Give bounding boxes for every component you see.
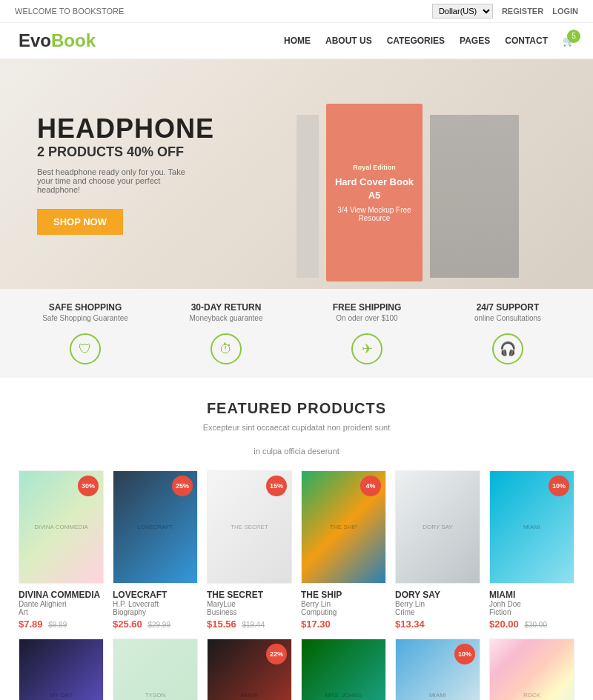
featured-title: FEATURED PRODUCTS bbox=[19, 400, 574, 417]
product-price-row: $20.00 $30.00 bbox=[489, 619, 574, 630]
product-category: Crime bbox=[395, 608, 480, 616]
product-card-7[interactable]: TYSON TYSON Jonh Doe Art $16.80 bbox=[113, 639, 198, 700]
product-name: THE SHIP bbox=[301, 590, 386, 600]
product-author: H.P. Lovecraft bbox=[113, 600, 198, 608]
product-img-wrap: MIAMI 10% bbox=[489, 470, 574, 584]
product-category: Fiction bbox=[489, 608, 574, 616]
hero-headline: HEADPHONE bbox=[37, 113, 214, 144]
product-card-8[interactable]: MIAMI 22% MIAMI Jonh Doe Business $11.50… bbox=[207, 639, 292, 700]
featured-section: FEATURED PRODUCTS Excepteur sint occaeca… bbox=[0, 378, 593, 700]
nav-home[interactable]: HOME bbox=[284, 36, 311, 46]
product-price-row: $7.89 $9.89 bbox=[19, 619, 104, 630]
product-price-row: $17.30 bbox=[301, 619, 386, 630]
product-card-9[interactable]: MRS. JOHNS MRS. JOHNS Jonh Doe Crime $18… bbox=[301, 639, 386, 700]
feature-support-desc: online Consultations bbox=[437, 314, 578, 322]
product-img-wrap: MRS. JOHNS bbox=[301, 639, 386, 700]
nav-pages[interactable]: PAGES bbox=[460, 36, 490, 46]
product-price: $25.60 bbox=[113, 619, 142, 630]
currency-select[interactable]: Dollar(US) Euro bbox=[432, 4, 493, 19]
book-main: Royal Edition Hard Cover Book A5 3/4 Vie… bbox=[326, 104, 423, 281]
product-name: DIVINA COMMEDIA bbox=[19, 590, 104, 600]
product-img-wrap: ROCK bbox=[489, 639, 574, 700]
product-card-5[interactable]: MIAMI 10% MIAMI Jonh Doe Fiction $20.00 … bbox=[489, 470, 574, 630]
product-price: $20.00 bbox=[489, 619, 519, 630]
book-cover-4: DORY SAY bbox=[396, 471, 480, 583]
book-cover-7: TYSON bbox=[113, 639, 197, 700]
product-img-wrap: MIAMI 10% bbox=[395, 639, 480, 700]
featured-desc2: in culpa officia deserunt bbox=[19, 447, 574, 456]
nav-contact[interactable]: CONTACT bbox=[505, 36, 548, 46]
login-link[interactable]: LOGIN bbox=[552, 7, 578, 16]
shipping-icon: ✈ bbox=[351, 333, 382, 364]
product-price-row: $15.56 $19.44 bbox=[207, 619, 292, 630]
product-old-price: $29.99 bbox=[148, 621, 170, 629]
discount-badge: 15% bbox=[266, 476, 287, 496]
product-card-2[interactable]: THE SECRET 15% THE SECRET MaryLue Busine… bbox=[207, 470, 292, 630]
book-back-img bbox=[430, 115, 519, 278]
feature-return-desc: Moneyback guarantee bbox=[156, 314, 296, 322]
discount-badge: 30% bbox=[78, 476, 99, 496]
product-price-row: $25.60 $29.99 bbox=[113, 619, 198, 630]
product-price: $7.89 bbox=[19, 619, 43, 630]
hero-books: Royal Edition Hard Cover Book A5 3/4 Vie… bbox=[282, 74, 534, 281]
product-card-11[interactable]: ROCK ROCK Jonh Doe Romance $10.00 $14.00 bbox=[489, 639, 574, 700]
nav-about[interactable]: ABOUT US bbox=[325, 36, 372, 46]
feature-support: 24/7 SUPPORT online Consultations bbox=[437, 302, 578, 322]
product-author: Dante Alighieri bbox=[19, 600, 104, 608]
feature-return: 30-DAY RETURN Moneyback guarantee bbox=[156, 302, 296, 322]
logo-dark: Evo bbox=[19, 30, 51, 50]
feature-safe: SAFE SHOPPING Safe Shopping Guarantee bbox=[15, 302, 156, 322]
shop-now-button[interactable]: SHOP NOW bbox=[37, 209, 123, 235]
product-card-3[interactable]: THE SHIP 4% THE SHIP Berry Lin Computing… bbox=[301, 470, 386, 630]
feature-safe-title: SAFE SHOPPING bbox=[15, 302, 156, 313]
book-spine bbox=[296, 115, 319, 278]
feature-support-title: 24/7 SUPPORT bbox=[437, 302, 578, 313]
product-img-wrap: DORY SAY bbox=[395, 470, 480, 584]
product-price: $15.56 bbox=[207, 619, 236, 630]
book-main-text: Royal Edition Hard Cover Book A5 bbox=[334, 163, 415, 202]
navbar: EvoBook HOME ABOUT US CATEGORIES PAGES C… bbox=[0, 23, 593, 59]
book-title: Hard Cover Book A5 bbox=[334, 176, 415, 202]
product-img-wrap: THE SHIP 4% bbox=[301, 470, 386, 584]
product-img-wrap: TYSON bbox=[113, 639, 198, 700]
feature-safe-desc: Safe Shopping Guarantee bbox=[15, 314, 156, 322]
return-icon: ⏱ bbox=[211, 333, 242, 364]
product-card-4[interactable]: DORY SAY DORY SAY Berry Lin Crime $13.34 bbox=[395, 470, 480, 630]
book-sub: 3/4 View Mockup Free Resource bbox=[334, 206, 415, 222]
product-old-price: $9.89 bbox=[48, 621, 67, 629]
register-link[interactable]: REGISTER bbox=[502, 7, 543, 16]
book-edition: Royal Edition bbox=[334, 163, 415, 173]
logo: EvoBook bbox=[19, 30, 96, 51]
hero-subheadline: 2 PRODUCTS 40% OFF bbox=[37, 144, 214, 160]
product-author: Jonh Doe bbox=[489, 600, 574, 608]
cart-icon-wrap[interactable]: 🛒 5 bbox=[563, 36, 574, 47]
product-old-price: $30.00 bbox=[524, 621, 547, 629]
book-cover-11: ROCK bbox=[490, 639, 574, 700]
product-price: $17.30 bbox=[301, 619, 331, 630]
cart-count: 5 bbox=[567, 30, 580, 43]
hero-desc: Best headphone ready only for you. Take … bbox=[37, 167, 185, 194]
product-price-row: $13.34 bbox=[395, 619, 480, 630]
product-card-6[interactable]: MY DAY MY DAY Soan Doe Food $12.00 bbox=[19, 639, 104, 700]
featured-desc1: Excepteur sint occaecat cupidatat non pr… bbox=[19, 423, 574, 432]
hero-section: HEADPHONE 2 PRODUCTS 40% OFF Best headph… bbox=[0, 59, 593, 289]
product-img-wrap: THE SECRET 15% bbox=[207, 470, 292, 584]
discount-badge: 10% bbox=[549, 476, 569, 496]
product-author: Berry Lin bbox=[301, 600, 386, 608]
product-grid: DIVINA COMMEDIA 30% DIVINA COMMEDIA Dant… bbox=[19, 470, 574, 700]
product-img-wrap: LOVECRAFT 25% bbox=[113, 470, 198, 584]
book-cover-9: MRS. JOHNS bbox=[302, 639, 385, 700]
product-category: Art bbox=[19, 608, 104, 616]
features-icons: 🛡 ⏱ ✈ 🎧 bbox=[0, 326, 593, 378]
product-price: $13.34 bbox=[395, 619, 425, 630]
feature-shipping-desc: On oder over $100 bbox=[296, 314, 437, 322]
product-card-1[interactable]: LOVECRAFT 25% LOVECRAFT H.P. Lovecraft B… bbox=[113, 470, 198, 630]
logo-green: Book bbox=[51, 30, 96, 50]
features-strip: SAFE SHOPPING Safe Shopping Guarantee 30… bbox=[0, 289, 593, 326]
product-card-0[interactable]: DIVINA COMMEDIA 30% DIVINA COMMEDIA Dant… bbox=[19, 470, 104, 630]
feature-shipping: FREE SHIPPING On oder over $100 bbox=[296, 302, 437, 322]
product-old-price: $19.44 bbox=[242, 621, 265, 629]
product-card-10[interactable]: MIAMI 10% MIAMI Jonh Doe Religion $8.32 … bbox=[395, 639, 480, 700]
feature-shipping-title: FREE SHIPPING bbox=[296, 302, 437, 313]
nav-categories[interactable]: CATEGORIES bbox=[387, 36, 445, 46]
